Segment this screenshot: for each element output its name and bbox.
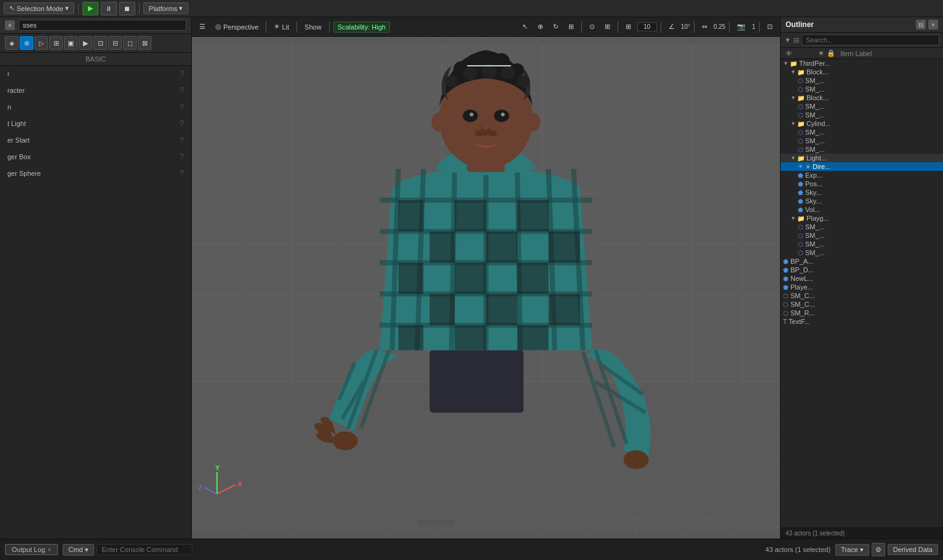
tree-item-playe[interactable]: ⬟ Playe... [781, 283, 943, 291]
select-tool-btn[interactable]: ↖ [519, 22, 531, 32]
camera-btn[interactable]: 📷 [733, 22, 749, 32]
tree-item-thirdper[interactable]: ▼ 📁 ThirdPer... [781, 59, 943, 68]
icon-btn-6[interactable]: ▶ [79, 36, 92, 50]
tree-item-sky1[interactable]: ⬟ Sky... [781, 188, 943, 197]
tree-item-smc2[interactable]: ⬡ SM_C... [781, 300, 943, 309]
perspective-btn[interactable]: ◎ Perspective [212, 22, 262, 32]
transform-tool-btn[interactable]: ⊕ [534, 22, 547, 32]
scale-icon-2: ⇔ [702, 23, 707, 31]
list-item[interactable]: ger Box ? [0, 149, 191, 165]
icon-btn-8[interactable]: ⊟ [108, 36, 122, 50]
tree-item-sm6[interactable]: ⬡ SM_... [781, 136, 943, 145]
tree-item-sm1[interactable]: ⬡ SM_... [781, 76, 943, 85]
svg-point-89 [475, 130, 485, 136]
outliner-search-row: ▼ ⊟ [781, 33, 943, 48]
lit-btn[interactable]: ☀ Lit [270, 22, 293, 32]
icon-btn-2[interactable]: ⊕ [20, 36, 33, 50]
icon-btn-10[interactable]: ⊠ [138, 36, 151, 50]
icon-btn-7[interactable]: ⊡ [94, 36, 107, 50]
play-btn[interactable]: ▶ [82, 2, 98, 15]
output-log-tab[interactable]: Output Log × [5, 544, 58, 555]
rotate-icon: ↻ [553, 23, 559, 31]
icon-btn-1[interactable]: ◈ [5, 36, 18, 50]
tree-item-directional-light[interactable]: 👁 ☀ Dire... [781, 162, 943, 171]
tree-item-sm9[interactable]: ⬡ SM_... [781, 231, 943, 240]
scale-tool-btn[interactable]: ⊞ [565, 22, 578, 32]
outliner-close-btn[interactable]: × [928, 20, 938, 30]
settings-icon-btn[interactable]: ⚙ [872, 543, 885, 556]
rotate-tool-btn[interactable]: ↻ [549, 22, 562, 32]
output-log-close-btn[interactable]: × [47, 546, 51, 553]
platforms-btn[interactable]: Platforms ▾ [143, 2, 188, 14]
icon-btn-5[interactable]: ▣ [64, 36, 78, 50]
list-item[interactable]: er Start ? [0, 132, 191, 149]
console-command-input[interactable] [97, 544, 193, 555]
show-btn[interactable]: Show [301, 22, 325, 32]
derived-data-btn[interactable]: Derived Data [888, 544, 938, 555]
tree-item-smc1[interactable]: ⬡ SM_C... [781, 291, 943, 300]
tree-item-block1[interactable]: ▼ 📁 Block... [781, 68, 943, 76]
coord-system-btn[interactable]: ⊙ [586, 22, 599, 32]
outliner-settings-btn[interactable]: ⊟ [916, 20, 926, 30]
tree-item-sm10[interactable]: ⬡ SM_... [781, 240, 943, 248]
tree-item-playg[interactable]: ▼ 📁 Playg... [781, 214, 943, 223]
list-item[interactable]: ger Sphere ? [0, 165, 191, 182]
tree-item-sm7[interactable]: ⬡ SM_... [781, 145, 943, 154]
svg-rect-59 [486, 294, 517, 325]
icon-btn-4[interactable]: ⊞ [49, 36, 63, 50]
tree-item-smr[interactable]: ⬡ SM_R... [781, 309, 943, 317]
tree-item-sm5[interactable]: ⬡ SM_... [781, 128, 943, 136]
maximize-btn[interactable]: ⊡ [763, 22, 776, 32]
tree-item-exp[interactable]: ⬟ Exp... [781, 171, 943, 179]
help-icon: ? [180, 119, 184, 128]
svg-point-81 [463, 67, 477, 81]
viewport-toolbar: ☰ ◎ Perspective ☀ Lit Show Scalability: … [192, 17, 780, 37]
bp-icon: ⬟ [783, 284, 789, 291]
basic-section-label: BASIC [0, 53, 191, 66]
tree-item-pos[interactable]: ⬟ Pos... [781, 179, 943, 188]
snap-btn[interactable]: ⊞ [601, 22, 614, 32]
play-icon: ▶ [88, 4, 93, 12]
viewport[interactable]: ☰ ◎ Perspective ☀ Lit Show Scalability: … [192, 17, 780, 538]
tree-item-sm3[interactable]: ⬡ SM_... [781, 102, 943, 111]
tree-item-cylind[interactable]: ▼ 📁 Cylind... [781, 119, 943, 128]
stop-btn[interactable]: ⏹ [119, 2, 135, 15]
tree-item-newl[interactable]: ⬟ NewL... [781, 274, 943, 283]
classes-search-input[interactable] [18, 20, 186, 31]
cmd-dropdown-btn[interactable]: Cmd ▾ [63, 544, 94, 556]
grid-size-input[interactable] [637, 22, 657, 31]
svg-point-92 [525, 112, 540, 132]
main-layout: × ◈ ⊕ ▷ ⊞ ▣ ▶ ⊡ ⊟ ◻ ⊠ BASIC r ? racter ? [0, 17, 943, 538]
list-item[interactable]: racter ? [0, 82, 191, 99]
hamburger-menu-btn[interactable]: ☰ [196, 22, 209, 32]
help-icon: ? [180, 103, 184, 111]
tree-item-sm2[interactable]: ⬡ SM_... [781, 85, 943, 93]
folder-icon: 📁 [797, 120, 805, 127]
tree-item-bpd[interactable]: ⬟ BP_D... [781, 266, 943, 274]
icon-btn-3[interactable]: ▷ [34, 36, 48, 50]
pause-btn[interactable]: ⏸ [101, 2, 117, 15]
list-item[interactable]: t Light ? [0, 116, 191, 132]
selection-mode-btn[interactable]: ↖ Selection Mode ▾ [4, 2, 74, 14]
tree-item-bpa[interactable]: ⬟ BP_A... [781, 257, 943, 266]
scale-toggle-btn[interactable]: ⇔ [698, 22, 711, 32]
tree-item-block2[interactable]: ▼ 📁 Block... [781, 93, 943, 102]
tree-item-sky2[interactable]: ⬟ Sky... [781, 197, 943, 205]
grid-toggle-btn[interactable]: ⊞ [622, 22, 635, 32]
tree-item-sm11[interactable]: ⬡ SM_... [781, 248, 943, 257]
tree-item-sm4[interactable]: ⬡ SM_... [781, 111, 943, 119]
list-item[interactable]: r ? [0, 66, 191, 82]
icon-btn-9[interactable]: ◻ [123, 36, 137, 50]
icon-4: ⊞ [54, 39, 59, 47]
angle-toggle-btn[interactable]: ∠ [665, 22, 678, 32]
tree-item-textf[interactable]: T TextF... [781, 317, 943, 326]
outliner-search-input[interactable] [802, 34, 939, 45]
tree-item-light-folder[interactable]: ▼ 📁 Light... [781, 154, 943, 162]
trace-btn[interactable]: Trace ▾ [835, 544, 869, 556]
scalability-btn[interactable]: Scalability: High [333, 22, 390, 33]
tree-item-sm8[interactable]: ⬡ SM_... [781, 223, 943, 231]
list-item[interactable]: n ? [0, 99, 191, 116]
left-panel-close-btn[interactable]: × [5, 20, 15, 30]
tree-item-vol[interactable]: ⬟ Vol... [781, 205, 943, 214]
cmd-group: Cmd ▾ [63, 544, 192, 556]
